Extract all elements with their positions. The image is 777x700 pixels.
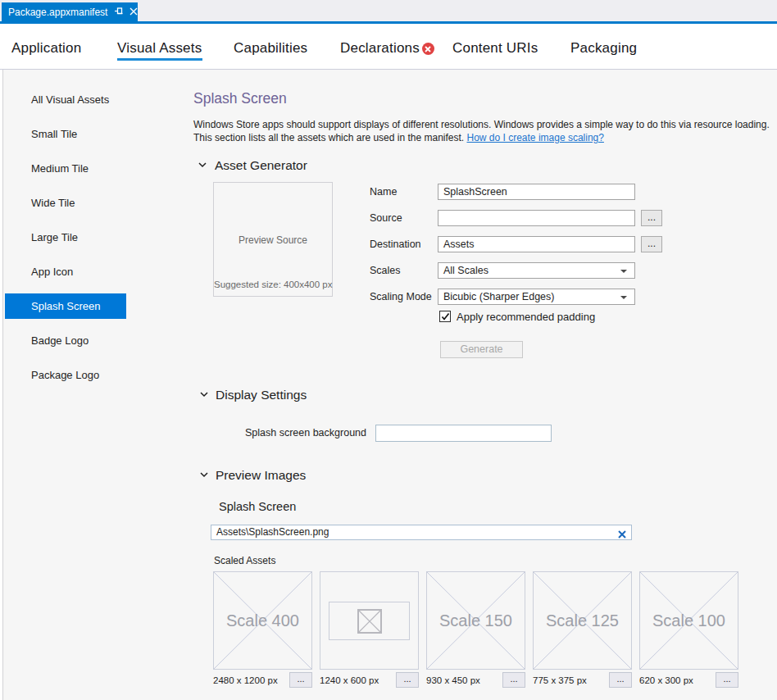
sidebar-item-wide-tile[interactable]: Wide Tile: [0, 185, 164, 220]
asset-scale-200: 1240 x 600 px ...: [320, 571, 419, 688]
sidebar-item-all-visual-assets[interactable]: All Visual Assets: [0, 82, 164, 116]
chevron-down-icon[interactable]: [198, 162, 207, 168]
sidebar: All Visual Assets Small Tile Medium Tile…: [0, 82, 164, 392]
asset-size-label: 1240 x 600 px: [320, 675, 379, 685]
tab-visual-assets[interactable]: Visual Assets: [117, 40, 202, 57]
generate-button[interactable]: Generate: [440, 341, 523, 358]
preview-source-box: Preview Source Suggested size: 400x400 p…: [213, 182, 333, 297]
sidebar-item-medium-tile[interactable]: Medium Tile: [0, 151, 164, 185]
asset-size-label: 775 x 375 px: [533, 675, 587, 685]
source-label: Source: [370, 212, 402, 224]
asset-size-label: 930 x 450 px: [426, 675, 480, 685]
asset-browse-button[interactable]: ...: [289, 672, 312, 688]
scaling-mode-label: Scaling Mode: [370, 291, 432, 302]
tab-packaging[interactable]: Packaging: [570, 40, 637, 57]
section-preview-images[interactable]: Preview Images: [216, 468, 306, 483]
splash-bg-label: Splash screen background: [193, 427, 366, 439]
section-display-settings[interactable]: Display Settings: [216, 388, 307, 402]
sidebar-item-splash-screen[interactable]: Splash Screen: [0, 289, 164, 323]
scaled-assets-row: Scale 400 2480 x 1200 px ... 1240 x 600 …: [213, 571, 738, 688]
tab-declarations[interactable]: Declarations: [340, 40, 434, 57]
document-tab-strip: Package.appxmanifest: [0, 0, 777, 21]
dropdown-arrow-icon: [620, 270, 627, 273]
document-tab-title: Package.appxmanifest: [8, 7, 107, 18]
asset-generator-form: Name SplashScreen Source ... Destination…: [369, 184, 664, 341]
splash-screen-sublabel: Splash Screen: [219, 500, 296, 513]
tab-content-uris[interactable]: Content URIs: [452, 40, 538, 57]
chevron-down-icon[interactable]: [200, 392, 208, 398]
preview-source-label: Preview Source: [214, 234, 332, 246]
scales-label: Scales: [370, 265, 401, 276]
sidebar-item-app-icon[interactable]: App Icon: [0, 254, 164, 289]
asset-browse-button[interactable]: ...: [609, 672, 632, 688]
asset-scale-100: Scale 100 620 x 300 px ...: [639, 571, 738, 688]
apply-padding-label: Apply recommended padding: [457, 311, 595, 323]
asset-placeholder: Scale 100: [639, 571, 738, 670]
asset-size-label: 620 x 300 px: [639, 675, 693, 685]
apply-padding-checkbox[interactable]: [439, 311, 451, 322]
asset-placeholder: Scale 150: [426, 571, 525, 670]
asset-browse-button[interactable]: ...: [502, 672, 525, 688]
image-frame: [329, 602, 410, 640]
suggested-size-label: Suggested size: 400x400 px: [214, 280, 332, 289]
chevron-down-icon[interactable]: [200, 472, 208, 478]
pin-icon[interactable]: [114, 6, 124, 18]
clear-icon[interactable]: [618, 529, 626, 543]
dropdown-arrow-icon: [620, 296, 627, 299]
asset-scale-150: Scale 150 930 x 450 px ...: [426, 571, 525, 688]
image-scaling-link[interactable]: How do I create image scaling?: [467, 132, 604, 143]
asset-image-preview: [320, 571, 419, 670]
selected-tab-underline: [117, 58, 202, 61]
splash-path-input[interactable]: Assets\SplashScreen.png: [211, 525, 632, 540]
page-title: Splash Screen: [193, 90, 287, 107]
source-browse-button[interactable]: ...: [641, 210, 662, 226]
tab-capabilities[interactable]: Capabilities: [234, 40, 307, 57]
sidebar-item-badge-logo[interactable]: Badge Logo: [0, 323, 164, 357]
tab-application[interactable]: Application: [11, 40, 81, 57]
sidebar-item-small-tile[interactable]: Small Tile: [0, 116, 164, 151]
scaled-assets-label: Scaled Assets: [214, 555, 275, 566]
asset-browse-button[interactable]: ...: [396, 672, 419, 688]
sidebar-item-large-tile[interactable]: Large Tile: [0, 220, 164, 254]
image-placeholder-icon: [357, 609, 382, 634]
name-input[interactable]: SplashScreen: [438, 184, 635, 200]
destination-input[interactable]: Assets: [438, 236, 635, 252]
splash-bg-input[interactable]: [375, 425, 552, 442]
description-line2: This section lists all the assets which …: [193, 131, 770, 144]
name-label: Name: [370, 186, 397, 198]
asset-size-label: 2480 x 1200 px: [213, 675, 278, 685]
close-icon[interactable]: [130, 7, 138, 18]
document-tab[interactable]: Package.appxmanifest: [2, 2, 138, 21]
scaling-mode-select[interactable]: Bicubic (Sharper Edges): [438, 289, 635, 305]
asset-placeholder: Scale 400: [213, 571, 312, 670]
sidebar-item-package-logo[interactable]: Package Logo: [0, 357, 164, 392]
asset-scale-400: Scale 400 2480 x 1200 px ...: [213, 571, 312, 688]
asset-placeholder: Scale 125: [533, 571, 632, 670]
tab-strip-accent-line: [0, 21, 777, 24]
error-icon: [422, 43, 434, 55]
asset-browse-button[interactable]: ...: [716, 672, 738, 688]
section-asset-generator[interactable]: Asset Generator: [215, 158, 307, 173]
source-input[interactable]: [438, 210, 635, 226]
description-line1: Windows Store apps should support displa…: [193, 118, 770, 131]
scales-select[interactable]: All Scales: [438, 262, 635, 279]
destination-browse-button[interactable]: ...: [641, 236, 662, 252]
asset-scale-125: Scale 125 775 x 375 px ...: [533, 571, 632, 688]
destination-label: Destination: [370, 239, 421, 250]
checkmark-icon: [441, 312, 450, 321]
description: Windows Store apps should support displa…: [193, 118, 770, 144]
